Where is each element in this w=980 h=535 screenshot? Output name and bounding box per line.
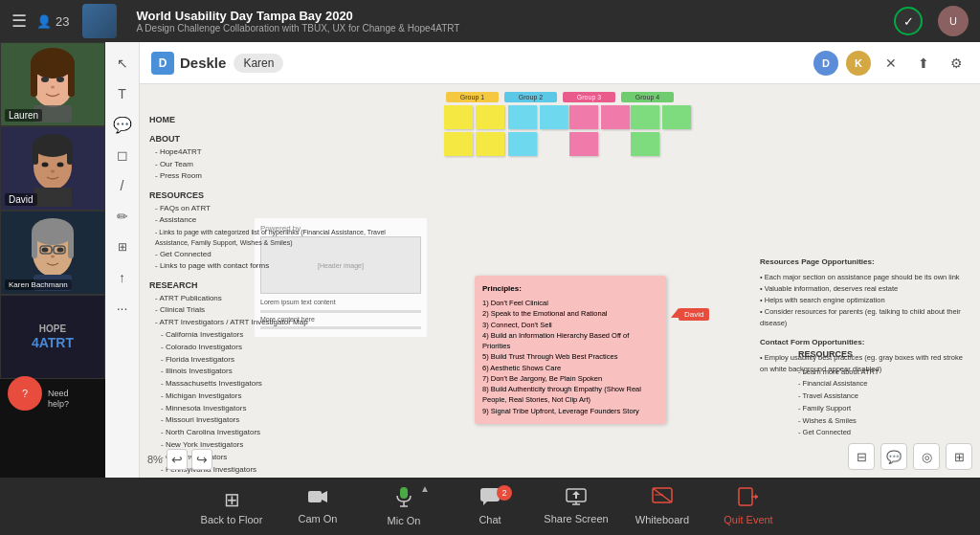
svg-point-21: [57, 248, 64, 253]
participant-tile-lauren: Lauren: [0, 42, 105, 126]
whiteboard-svg-icon: [652, 487, 673, 506]
svg-marker-43: [755, 494, 758, 500]
quit-event-button[interactable]: Quit Event: [705, 478, 791, 535]
svg-point-4: [41, 77, 49, 82]
help-button[interactable]: ?: [8, 376, 42, 411]
whiteboard-area: D Deskle Karen D K ✕ ⬆ ⚙ Group 1 Group 2…: [140, 42, 980, 478]
svg-rect-29: [400, 487, 408, 499]
redo-button[interactable]: ↪: [191, 449, 212, 470]
group-2-label: Group 2: [504, 92, 557, 102]
svg-point-20: [42, 248, 49, 253]
svg-marker-37: [572, 491, 580, 499]
top-bar: ☰ 👤 23 World Usability Day Tampa Bay 202…: [0, 0, 980, 42]
svg-rect-19: [68, 232, 74, 258]
principle-8: 8) Build Authenticity through Empathy (S…: [482, 384, 658, 406]
participant-name-karen: Karen Bachmann: [5, 279, 72, 290]
svg-marker-28: [322, 491, 327, 502]
grid-board-button[interactable]: ⊞: [946, 443, 972, 470]
meeting-title: World Usability Day Tampa Bay 2020: [136, 9, 884, 23]
board-canvas[interactable]: Group 1 Group 2 Group 3 Group 4: [140, 84, 980, 478]
whiteboard-button[interactable]: Whiteboard: [619, 478, 705, 535]
deskle-logo-icon: D: [151, 52, 174, 75]
svg-rect-27: [308, 491, 322, 502]
text-tool[interactable]: T: [109, 80, 136, 107]
settings-button[interactable]: ⚙: [944, 51, 969, 76]
svg-point-17: [32, 218, 74, 245]
chat-label: Chat: [479, 514, 501, 525]
sticky-note: [444, 132, 473, 156]
camera-svg-icon: [307, 488, 328, 505]
sticky-note: [444, 105, 473, 129]
svg-point-12: [42, 163, 49, 167]
svg-rect-11: [67, 145, 73, 165]
principles-title: Principles:: [482, 283, 658, 295]
group-1-label: Group 1: [446, 92, 499, 102]
cam-icon: [307, 488, 328, 510]
svg-point-5: [56, 77, 64, 82]
back-to-floor-icon: ⊞: [224, 488, 240, 511]
svg-point-9: [33, 134, 73, 157]
comment-tool[interactable]: 💬: [109, 111, 136, 138]
sticky-note: [569, 105, 598, 129]
cam-on-button[interactable]: Cam On: [275, 478, 361, 535]
principle-6: 6) Aesthetic Shows Care: [482, 363, 658, 373]
collaborator-badge: Karen: [234, 54, 283, 73]
chat-button[interactable]: 2 Chat: [447, 478, 533, 535]
close-board-button[interactable]: ✕: [879, 51, 903, 76]
pencil-tool[interactable]: ✏: [109, 203, 136, 230]
svg-point-13: [57, 163, 64, 167]
avatar-k: K: [846, 51, 871, 76]
share-screen-svg-icon: [566, 488, 587, 505]
grid-tool[interactable]: ⊞: [109, 234, 136, 260]
video-board-button[interactable]: ◎: [913, 443, 940, 470]
sticky-note: [476, 105, 504, 129]
sitemap-navigation: HOME ABOUT - Hope4ATRT - Our Team - Pres…: [149, 113, 386, 478]
principle-2: 2) Speak to the Emotional and Rational: [482, 308, 658, 319]
share-button[interactable]: ⬆: [911, 51, 936, 76]
sticky-group-2: [508, 105, 568, 156]
undo-button[interactable]: ↩: [167, 449, 188, 470]
help-text: Need help?: [48, 389, 69, 411]
participant-tile-logo: HOPE 4ATRT: [0, 295, 105, 379]
upload-tool[interactable]: ↑: [109, 264, 136, 291]
principle-5: 5) Build Trust Through Web Best Practice…: [482, 351, 658, 362]
select-tool[interactable]: ↖: [109, 50, 136, 77]
zoom-level: 8%: [147, 454, 163, 465]
svg-rect-3: [68, 63, 75, 97]
meeting-info: World Usability Day Tampa Bay 2020 A Des…: [136, 9, 884, 33]
mic-on-label: Mic On: [388, 515, 421, 526]
whiteboard-label: Whiteboard: [635, 514, 689, 525]
pen-tool[interactable]: /: [109, 172, 136, 199]
participants-count: 👤 23: [36, 14, 69, 29]
meeting-status-check: ✓: [894, 7, 923, 35]
mic-icon: [395, 486, 412, 512]
sticky-note: [508, 105, 537, 129]
svg-rect-41: [739, 488, 752, 505]
group-3-label: Group 3: [563, 92, 615, 102]
sticky-note: [569, 132, 598, 156]
chat-badge: 2: [497, 485, 512, 501]
sticky-note: [508, 132, 537, 156]
avatar-d: D: [813, 51, 838, 76]
sticky-group-4: [631, 105, 691, 156]
board-toolbar-right: ⊟ 💬 ◎ ⊞: [848, 443, 972, 470]
rectangle-tool[interactable]: ◻: [109, 142, 136, 168]
participant-tile-david: David: [0, 126, 105, 211]
thumbnail-view-button[interactable]: ⊟: [848, 443, 875, 470]
participant-name-lauren: Lauren: [5, 109, 42, 122]
meeting-subtitle: A Design Challenge Collaboration with TB…: [136, 23, 884, 33]
principle-9: 9) Signal Tribe Upfront, Leverage Founde…: [482, 406, 658, 416]
meeting-toolbar: ⊞ Back to Floor Cam On ▲ Mic On 2: [0, 478, 980, 535]
back-to-floor-button[interactable]: ⊞ Back to Floor: [189, 478, 275, 535]
principles-card: Principles: 1) Don't Feel Clinical 2) Sp…: [475, 276, 666, 424]
menu-icon[interactable]: ☰: [11, 11, 27, 32]
share-screen-button[interactable]: Share Screen: [533, 478, 619, 535]
svg-rect-18: [32, 232, 37, 258]
more-tools[interactable]: ···: [109, 295, 136, 322]
sticky-group-3: [569, 105, 630, 156]
participant-tile-karen: Karen Bachmann: [0, 211, 105, 295]
svg-point-22: [51, 256, 55, 258]
mic-on-button[interactable]: ▲ Mic On: [361, 478, 447, 535]
chat-board-button[interactable]: 💬: [880, 443, 907, 470]
principle-1: 1) Don't Feel Clinical: [482, 298, 658, 308]
